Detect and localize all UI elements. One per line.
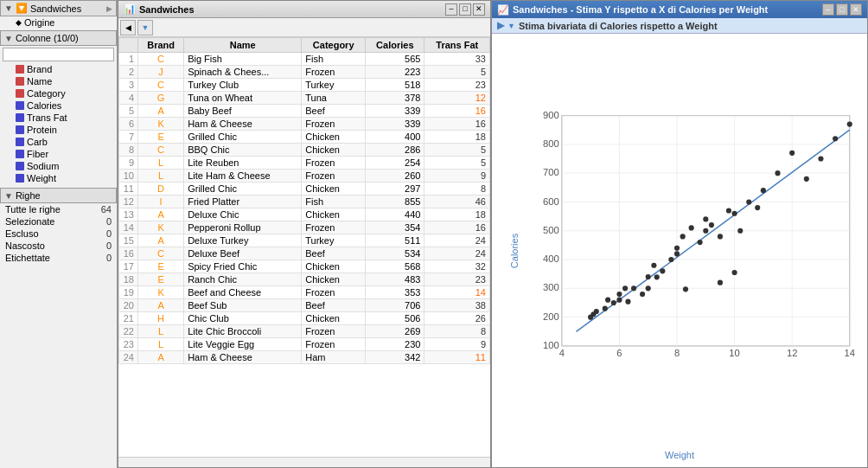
cell-category: Frozen [302, 118, 366, 131]
svg-point-56 [718, 234, 723, 239]
righe-header[interactable]: ▼ Righe [0, 188, 117, 203]
col-name[interactable]: Name [184, 38, 302, 53]
cell-rownum: 10 [119, 170, 138, 183]
column-item-brand[interactable]: Brand [0, 63, 117, 75]
table-row[interactable]: 11 D Grilled Chic Chicken 297 8 [119, 183, 490, 196]
table-row[interactable]: 12 I Fried Platter Fish 855 46 [119, 196, 490, 208]
toolbar-filter-button[interactable]: ▼ [137, 20, 153, 35]
cell-name: Spinach & Chees... [184, 66, 302, 79]
table-row[interactable]: 9 L Lite Reuben Frozen 254 5 [119, 157, 490, 170]
col-transfat[interactable]: Trans Fat [424, 38, 490, 53]
svg-point-40 [622, 285, 628, 291]
column-item-weight[interactable]: Weight [0, 172, 117, 184]
column-label: Trans Fat [27, 112, 67, 123]
table-maximize-button[interactable]: □ [459, 3, 471, 16]
column-label: Brand [27, 64, 52, 74]
col-brand[interactable]: Brand [138, 38, 184, 53]
toolbar-back-button[interactable]: ◀ [120, 20, 136, 35]
y-axis-label: Calories [509, 233, 520, 267]
cell-name: Deluxe Beef [184, 247, 302, 260]
cell-brand: K [138, 286, 184, 299]
chart-maximize-button[interactable]: □ [836, 3, 848, 16]
cell-rownum: 19 [119, 286, 138, 299]
colonne-header[interactable]: ▼ Colonne (10/0) [0, 30, 117, 46]
column-item-calories[interactable]: Calories [0, 99, 117, 112]
table-row[interactable]: 23 L Lite Veggie Egg Frozen 230 9 [119, 338, 490, 351]
cell-rownum: 9 [119, 157, 138, 170]
table-row[interactable]: 17 E Spicy Fried Chic Chicken 568 32 [119, 260, 490, 273]
svg-point-36 [605, 298, 610, 303]
table-row[interactable]: 5 A Baby Beef Beef 339 16 [119, 105, 490, 118]
column-item-sodium[interactable]: Sodium [0, 160, 117, 172]
table-row[interactable]: 22 L Lite Chic Broccoli Frozen 269 8 [119, 325, 490, 338]
cell-name: BBQ Chic [184, 144, 302, 157]
table-row[interactable]: 15 A Deluxe Turkey Turkey 511 24 [119, 234, 490, 247]
cell-transfat: 16 [424, 118, 490, 131]
column-search-input[interactable] [3, 48, 114, 61]
table-wrapper[interactable]: Brand Name Category Calories Trans Fat 1… [118, 37, 490, 457]
cell-rownum: 12 [119, 196, 138, 208]
origine-label: Origine [24, 17, 54, 28]
table-row[interactable]: 8 C BBQ Chic Chicken 286 5 [119, 144, 490, 157]
table-row[interactable]: 10 L Lite Ham & Cheese Frozen 260 9 [119, 170, 490, 183]
cell-name: Baby Beef [184, 105, 302, 118]
svg-point-64 [789, 151, 795, 156]
table-row[interactable]: 6 K Ham & Cheese Frozen 339 16 [119, 118, 490, 131]
cell-brand: A [138, 299, 184, 312]
table-row[interactable]: 2 J Spinach & Chees... Frozen 223 5 [119, 66, 490, 79]
cell-rownum: 14 [119, 221, 138, 234]
table-scrollbar-bottom[interactable] [118, 457, 490, 467]
column-item-trans fat[interactable]: Trans Fat [0, 112, 117, 124]
table-close-button[interactable]: ✕ [473, 3, 485, 16]
svg-point-50 [680, 234, 686, 239]
col-calories[interactable]: Calories [366, 38, 424, 53]
cell-transfat: 18 [424, 208, 490, 221]
col-category[interactable]: Category [302, 38, 366, 53]
column-item-category[interactable]: Category [0, 87, 117, 99]
column-item-fiber[interactable]: Fiber [0, 148, 117, 160]
cell-name: Chic Club [184, 312, 302, 325]
cell-brand: A [138, 351, 184, 364]
table-row[interactable]: 4 G Tuna on Wheat Tuna 378 12 [119, 92, 490, 105]
cell-brand: C [138, 144, 184, 157]
table-row[interactable]: 7 E Grilled Chic Chicken 400 18 [119, 131, 490, 144]
table-row[interactable]: 19 K Beef and Cheese Frozen 353 14 [119, 286, 490, 299]
righe-row-label: Etichettate [5, 253, 50, 263]
table-row[interactable]: 16 C Deluxe Beef Beef 534 24 [119, 247, 490, 260]
svg-point-58 [732, 211, 737, 216]
cell-calories: 339 [366, 118, 424, 131]
chart-minimize-button[interactable]: – [822, 3, 834, 16]
column-item-carb[interactable]: Carb [0, 136, 117, 148]
cell-brand: A [138, 208, 184, 221]
table-row[interactable]: 1 C Big Fish Fish 565 33 [119, 53, 490, 66]
cell-category: Chicken [302, 273, 366, 286]
righe-rows: Tutte le righe64Selezionate0Escluso0Nasc… [0, 203, 117, 264]
cell-rownum: 22 [119, 325, 138, 338]
table-row[interactable]: 18 E Ranch Chic Chicken 483 23 [119, 273, 490, 286]
table-minimize-button[interactable]: – [445, 3, 457, 16]
origine-item[interactable]: ◆ Origine [0, 16, 117, 29]
dataset-header[interactable]: ▼ 🔽 Sandwiches ▶ [0, 0, 117, 16]
table-row[interactable]: 20 A Beef Sub Beef 706 38 [119, 299, 490, 312]
cell-calories: 511 [366, 234, 424, 247]
cell-brand: A [138, 234, 184, 247]
table-row[interactable]: 13 A Deluxe Chic Chicken 440 18 [119, 208, 490, 221]
cell-category: Frozen [302, 338, 366, 351]
righe-row-value: 64 [101, 204, 112, 215]
cell-transfat: 23 [424, 79, 490, 92]
cell-brand: H [138, 312, 184, 325]
table-title-bar: 📊 Sandwiches – □ ✕ [118, 1, 490, 18]
table-row[interactable]: 24 A Ham & Cheese Ham 342 11 [119, 351, 490, 364]
table-row[interactable]: 14 K Pepperoni Rollup Frozen 354 16 [119, 221, 490, 234]
svg-point-68 [847, 122, 852, 127]
chart-close-button[interactable]: ✕ [850, 3, 862, 16]
chart-plot-area: Calories 1002003004005006007008009004681… [492, 34, 867, 467]
table-row[interactable]: 21 H Chic Club Chicken 506 26 [119, 312, 490, 325]
cell-name: Ham & Cheese [184, 118, 302, 131]
column-item-protein[interactable]: Protein [0, 124, 117, 136]
righe-row-etichettate: Etichettate0 [0, 252, 117, 264]
table-row[interactable]: 3 C Turkey Club Turkey 518 23 [119, 79, 490, 92]
righe-arrow: ▼ [4, 191, 13, 201]
column-item-name[interactable]: Name [0, 75, 117, 87]
righe-row-value: 0 [106, 228, 112, 239]
